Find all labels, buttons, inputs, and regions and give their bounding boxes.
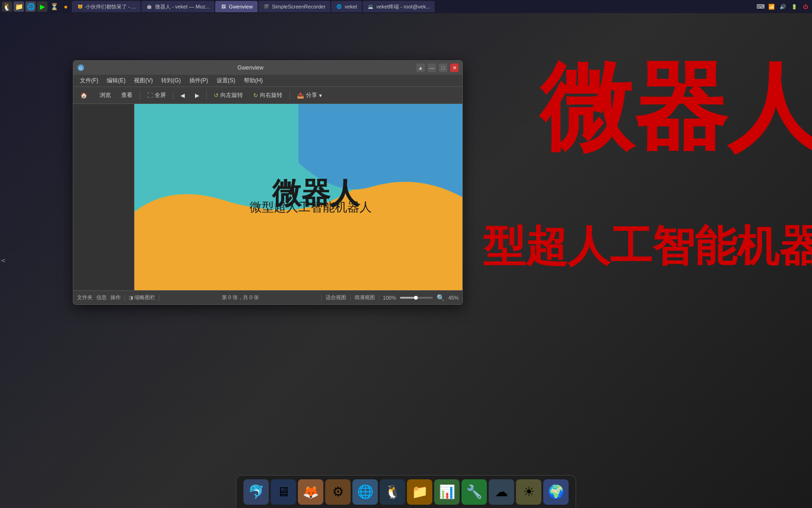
terminal-icon[interactable]: ▶ [37,1,47,12]
zoom-slider-fill [400,297,415,299]
dock-item-10[interactable]: ☀ [516,479,541,505]
dock-item-7[interactable]: 📊 [434,479,460,505]
statusbar-fill-view[interactable]: 填满视图 [354,294,375,301]
toolbar-rotate-left-button[interactable]: ↺ 向左旋转 [210,89,247,102]
dock-item-0[interactable]: 🐬 [243,479,269,505]
window-close-button[interactable]: ✕ [450,64,459,72]
power-icon[interactable]: ⏻ [801,2,810,11]
tab-1-favicon: 🐱 [77,3,83,10]
dock-item-9[interactable]: ☁ [489,479,514,505]
tab-gwenview-label: Gwenview [229,4,253,9]
menu-plugins[interactable]: 插件(P) [186,75,212,86]
fullscreen-icon: ⛶ [147,92,153,99]
window-maximize-button[interactable]: □ [439,64,447,72]
tab-2[interactable]: 🤖 微器人 - veket — Moz... [141,1,214,12]
tab-terminal[interactable]: 💻 veket终端 - root@vek... [363,1,435,12]
file-manager-icon[interactable]: 📁 [14,1,24,12]
statusbar-sep-5 [379,294,379,301]
statusbar-sep-4 [350,294,351,301]
window-statusbar: 文件夹 信息 操作 ◨ 缩略图栏 第 0 张，共 0 张 适合视图 填满视图 1… [73,290,462,304]
tab-recorder[interactable]: 🎬 SimpleScreenRecorder [258,1,330,12]
desktop-left-text: v [0,259,8,262]
window-titlebar[interactable]: G Gwenview ▲ — □ ✕ [73,61,462,75]
tab-gwenview[interactable]: 🖼 Gwenview [215,1,258,12]
zoom-slider-handle[interactable] [414,296,418,300]
tab-recorder-label: SimpleScreenRecorder [272,4,326,9]
toolbar-browse-button[interactable]: 浏览 [94,89,115,102]
dock-item-2[interactable]: 🦊 [298,479,323,505]
share-icon: 📤 [297,92,304,99]
dock-item-1[interactable]: 🖥 [271,479,296,505]
toolbar-share-button[interactable]: 📤 分享 ▾ [293,89,326,102]
menu-file[interactable]: 文件(F) [76,75,102,86]
statusbar-zoom-icon[interactable]: 🔍 [437,294,445,302]
statusbar-folder[interactable]: 文件夹 [77,294,93,301]
dock-item-3[interactable]: ⚙ [325,479,351,505]
window-toolbar: 🏠 浏览 查看 ⛶ 全屏 ◀ ▶ ↺ 向左 [73,87,462,104]
statusbar-zoom-level: 45% [448,295,459,301]
rotate-left-label: 向左旋转 [220,91,243,99]
app-menu-icon[interactable]: 🐧 [2,1,12,12]
tab-1-label: 小伙伴们都惊呆了 - ... [86,3,136,10]
taskbar-right-area: ⌨ 📶 🔊 🔋 ⏻ [756,2,810,11]
prev-arrow-icon: ◀ [180,92,185,99]
statusbar-sep-2 [159,294,159,301]
network-icon[interactable]: 📶 [767,2,776,11]
taskbar-system-icons: 🐧 📁 🌐 ▶ ⏳ ● [2,1,71,12]
robot-sub-text: 微型超人工智能机器人 [250,199,372,215]
thumbnail-toggle[interactable]: ◨ 缩略图栏 [129,294,155,301]
battery-icon[interactable]: 🔋 [789,2,799,11]
toolbar-fullscreen-button[interactable]: ⛶ 全屏 [143,89,170,102]
toolbar-home-button[interactable]: 🏠 [76,89,92,102]
statusbar-fit-view[interactable]: 适合视图 [326,294,346,301]
toolbar-next-button[interactable]: ▶ [191,89,203,102]
rotate-right-icon: ↻ [253,92,258,99]
image-display-area[interactable]: 微器人 微型超人工智能机器人 [134,104,462,290]
thumbnail-label: 缩略图栏 [134,294,155,301]
menu-goto[interactable]: 转到(G) [157,75,184,86]
tab-veket-favicon: 🌐 [336,3,343,10]
dock-item-6[interactable]: 📁 [407,479,432,505]
robot-image: 微器人 微型超人工智能机器人 [134,104,462,290]
window-minimize-button[interactable]: ▲ [416,64,425,72]
menu-help[interactable]: 帮助(H) [240,75,267,86]
menu-settings[interactable]: 设置(S) [213,75,239,86]
view-label: 查看 [121,91,133,99]
loading-icon: ⏳ [49,1,59,12]
toolbar-sep-2 [173,91,173,100]
dock-item-4[interactable]: 🌐 [352,479,378,505]
toolbar-rotate-right-button[interactable]: ↻ 向右旋转 [249,89,287,102]
dock-item-5[interactable]: 🐧 [380,479,405,505]
browser-icon[interactable]: 🌐 [25,1,36,12]
window-restore-button[interactable]: — [428,64,436,72]
tab-terminal-favicon: 💻 [367,3,374,10]
keyboard-icon[interactable]: ⌨ [756,2,765,11]
tab-gwenview-favicon: 🖼 [220,3,226,10]
thumbnail-toggle-icon: ◨ [129,295,133,300]
statusbar-action[interactable]: 操作 [110,294,121,301]
dock: 🐬 🖥 🦊 ⚙ 🌐 🐧 📁 📊 🔧 ☁ ☀ 🌍 [236,475,576,508]
tab-veket-label: veket [345,4,357,9]
menu-edit[interactable]: 编辑(E) [103,75,129,86]
toolbar-sep-3 [206,91,207,100]
volume-icon[interactable]: 🔊 [778,2,788,11]
tab-1[interactable]: 🐱 小伙伴们都惊呆了 - ... [72,1,141,12]
toolbar-view-button[interactable]: 查看 [117,89,137,102]
watermark-line2: 型超人工智能机器 [483,225,812,267]
tab-recorder-favicon: 🎬 [263,3,270,10]
statusbar-info[interactable]: 信息 [96,294,107,301]
sidebar [73,104,134,290]
menu-view[interactable]: 视图(V) [130,75,156,86]
tab-veket[interactable]: 🌐 veket [331,1,362,12]
dock-item-8[interactable]: 🔧 [461,479,487,505]
tab-2-favicon: 🤖 [146,3,153,10]
dock-item-11[interactable]: 🌍 [543,479,569,505]
next-arrow-icon: ▶ [195,92,199,99]
zoom-slider[interactable] [400,297,433,299]
desktop: 微器人 型超人工智能机器 v G Gwenview ▲ — □ ✕ 文件(F) … [0,13,812,508]
taskbar-tabs: 🐱 小伙伴们都惊呆了 - ... 🤖 微器人 - veket — Moz... … [72,1,755,12]
window-title: Gwenview [85,64,416,71]
toolbar-prev-button[interactable]: ◀ [176,89,189,102]
toolbar-sep-1 [140,91,140,100]
taskbar-top: 🐧 📁 🌐 ▶ ⏳ ● 🐱 小伙伴们都惊呆了 - ... 🤖 微器人 - vek… [0,0,812,13]
